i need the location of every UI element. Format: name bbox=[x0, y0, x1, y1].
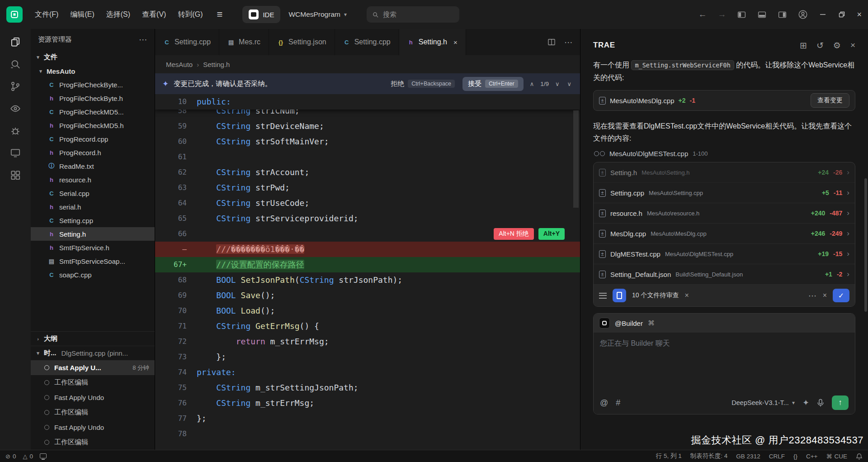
reject-all-icon[interactable]: × bbox=[823, 291, 827, 300]
change-card[interactable]: MesAuto\MesDlg.cpp +2 -1 查看变更 bbox=[593, 90, 855, 111]
cue-status[interactable]: ⌘CUE bbox=[826, 453, 847, 460]
editor-tab[interactable]: ▤Mes.rc bbox=[219, 29, 269, 55]
split-editor-icon[interactable] bbox=[547, 38, 556, 47]
changed-file-row[interactable]: MesDlg.cppMesAuto\MesDlg.cpp+246-249› bbox=[594, 224, 855, 244]
checklist-icon[interactable] bbox=[599, 293, 607, 299]
global-search-box[interactable]: 搜索 bbox=[367, 6, 459, 23]
changed-file-row[interactable]: Setting.cppMesAuto\Setting.cpp+5-11› bbox=[594, 183, 855, 203]
timeline-item[interactable]: 工作区编辑 bbox=[31, 435, 155, 450]
close-panel-icon[interactable]: × bbox=[850, 40, 855, 50]
timeline-item[interactable]: 工作区编辑 bbox=[31, 405, 155, 420]
editor-tab[interactable]: CSetting.cpp bbox=[155, 29, 219, 55]
search-files-icon[interactable] bbox=[9, 58, 21, 70]
notifications-bell[interactable] bbox=[856, 453, 863, 460]
extensions-icon[interactable] bbox=[9, 169, 21, 181]
editor-tab[interactable]: hSetting.h× bbox=[399, 29, 466, 55]
file-item[interactable]: CProgFileCheckMD5... bbox=[31, 105, 155, 119]
tab-size[interactable]: 制表符长度: 4 bbox=[690, 452, 728, 460]
toggle-sidebar-icon[interactable] bbox=[737, 10, 746, 19]
minimize-button[interactable] bbox=[819, 10, 827, 19]
ide-button[interactable]: IDE bbox=[242, 6, 280, 23]
outline-section-header[interactable]: › 大纲 bbox=[31, 331, 155, 346]
eol-indicator[interactable]: CRLF bbox=[769, 453, 785, 460]
close-button[interactable]: × bbox=[857, 10, 862, 19]
warnings-status[interactable]: △0 bbox=[23, 453, 33, 460]
files-section-header[interactable]: ▾ 文件 bbox=[31, 50, 155, 64]
file-item[interactable]: hProgRecord.h bbox=[31, 146, 155, 159]
timeline-item[interactable]: Fast Apply Undo bbox=[31, 390, 155, 405]
cursor-position[interactable]: 行 5, 列 1 bbox=[656, 452, 682, 460]
file-item[interactable]: CsoapC.cpp bbox=[31, 268, 155, 281]
review-more-icon[interactable]: ⋯ bbox=[808, 291, 817, 301]
menu-item[interactable]: 编辑(E) bbox=[64, 0, 100, 29]
editor-more-icon[interactable]: ⋯ bbox=[564, 37, 573, 48]
collapse-bar-icon[interactable]: ∨ bbox=[566, 81, 573, 87]
changed-file-row[interactable]: Setting_Default.jsonBuild\Setting_Defaul… bbox=[594, 264, 855, 285]
view-changes-button[interactable]: 查看变更 bbox=[811, 93, 849, 108]
debug-icon[interactable] bbox=[9, 125, 21, 137]
breadcrumb[interactable]: MesAuto › Setting.h bbox=[155, 55, 580, 73]
changed-file-row[interactable]: DlgMESTest.cppMesAuto\DlgMESTest.cpp+19-… bbox=[594, 244, 855, 264]
hamburger-menu-icon[interactable]: ≡ bbox=[211, 9, 229, 20]
reject-button[interactable]: 拒绝 Ctrl+Backspace bbox=[391, 80, 455, 88]
encoding[interactable]: GB 2312 bbox=[736, 453, 760, 460]
file-item[interactable]: CSetting.cpp bbox=[31, 214, 155, 227]
file-item[interactable]: hSmtFtpService.h bbox=[31, 241, 155, 254]
breadcrumb-folder[interactable]: MesAuto bbox=[166, 61, 193, 68]
ports-status[interactable] bbox=[40, 454, 47, 459]
file-item[interactable]: hProgFileCheckByte.h bbox=[31, 91, 155, 105]
braces-indicator[interactable]: {} bbox=[793, 453, 797, 460]
settings-gear-icon[interactable]: ⚙ bbox=[833, 40, 841, 51]
file-read-row[interactable]: MesAuto\DlgMESTest.cpp 1-100 bbox=[593, 150, 855, 157]
send-button[interactable]: ↑ bbox=[832, 395, 849, 410]
next-change-icon[interactable]: ∨ bbox=[554, 81, 561, 87]
history-icon[interactable]: ↺ bbox=[816, 40, 824, 51]
changed-file-row[interactable]: resource.hMesAuto\resource.h+240-487› bbox=[594, 203, 855, 224]
source-control-icon[interactable] bbox=[9, 81, 21, 92]
file-item[interactable]: hserial.h bbox=[31, 200, 155, 214]
changed-file-row[interactable]: Setting.hMesAuto\Setting.h+24-26› bbox=[594, 162, 855, 183]
account-icon[interactable] bbox=[798, 10, 808, 19]
menu-item[interactable]: 文件(F) bbox=[29, 0, 64, 29]
file-item[interactable]: hProgFileCheckMD5.h bbox=[31, 119, 155, 132]
root-folder[interactable]: ▾ MesAuto bbox=[31, 64, 155, 78]
back-icon[interactable]: ← bbox=[698, 10, 707, 19]
restore-button[interactable] bbox=[838, 10, 846, 19]
sidebar-more-icon[interactable]: ⋯ bbox=[139, 34, 147, 45]
file-item[interactable]: hSetting.h bbox=[31, 227, 155, 241]
model-selector[interactable]: DeepSeek-V3.1-T... ▾ bbox=[731, 399, 795, 406]
terminal-icon[interactable] bbox=[9, 147, 21, 159]
file-item[interactable]: CProgFileCheckByte... bbox=[31, 78, 155, 91]
editor-tab[interactable]: CSetting.cpp bbox=[335, 29, 399, 55]
preview-eye-icon[interactable] bbox=[9, 103, 21, 114]
close-icon[interactable]: × bbox=[453, 38, 458, 46]
editor-tab[interactable]: {}Setting.json bbox=[269, 29, 335, 55]
panel-scrollbar[interactable] bbox=[864, 178, 867, 312]
mention-icon[interactable]: @ bbox=[600, 398, 608, 408]
builder-header[interactable]: @Builder ⌘ bbox=[594, 314, 855, 333]
toggle-panel-icon[interactable] bbox=[757, 10, 767, 19]
file-item[interactable]: ▤SmtFtpServiceSoap... bbox=[31, 254, 155, 268]
language-mode[interactable]: C++ bbox=[806, 453, 818, 460]
explorer-icon[interactable] bbox=[9, 36, 21, 48]
accept-button[interactable]: 接受 Ctrl+Enter bbox=[462, 77, 524, 91]
mic-icon[interactable] bbox=[817, 399, 824, 407]
file-item[interactable]: ⓘReadMe.txt bbox=[31, 159, 155, 173]
project-selector[interactable]: WCMesProgram ▾ bbox=[288, 10, 347, 19]
trae-logo[interactable] bbox=[6, 6, 23, 23]
menu-item[interactable]: 选择(S) bbox=[100, 0, 136, 29]
timeline-item[interactable]: Fast Apply U...8 分钟 bbox=[31, 360, 155, 375]
enhance-icon[interactable]: ✦ bbox=[802, 398, 809, 408]
code-editor[interactable]: 58 CString strICNum;59 CString strDevice… bbox=[155, 94, 580, 450]
toggle-secondary-sidebar-icon[interactable] bbox=[778, 10, 787, 19]
dismiss-icon[interactable]: × bbox=[684, 291, 689, 300]
timeline-section-header[interactable]: ▾ 时... DlgSetting.cpp (pinn... bbox=[31, 346, 155, 360]
chat-input[interactable]: 您正在与 Builder 聊天 bbox=[594, 333, 855, 391]
timeline-item[interactable]: Fast Apply Undo bbox=[31, 420, 155, 435]
file-item[interactable]: CSerial.cpp bbox=[31, 186, 155, 200]
new-chat-icon[interactable]: ⊞ bbox=[800, 40, 807, 51]
accept-all-button[interactable]: ✓ bbox=[833, 289, 849, 302]
menu-item[interactable]: 转到(G) bbox=[172, 0, 208, 29]
errors-status[interactable]: ⊘0 bbox=[5, 453, 16, 460]
file-item[interactable]: hresource.h bbox=[31, 173, 155, 186]
